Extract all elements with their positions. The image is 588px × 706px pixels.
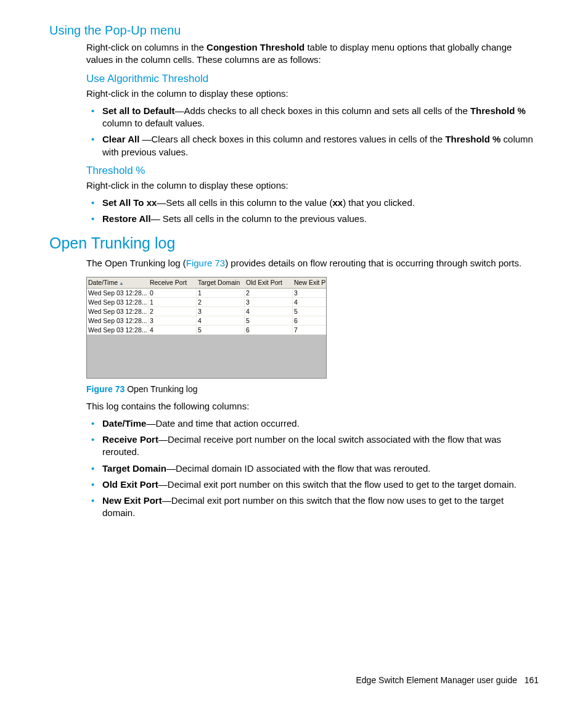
- heading-popup-menu: Using the Pop-Up menu: [49, 23, 539, 38]
- cell: 6: [293, 316, 326, 325]
- text-bold: Threshold %: [470, 105, 526, 116]
- cell: 2: [149, 307, 197, 316]
- sub2-list: Set All To xx—Sets all cells in this col…: [86, 197, 539, 226]
- text-bold: Receive Port: [102, 434, 158, 445]
- cell: 3: [197, 307, 245, 316]
- figure-73: Date/Time▲ Receive Port Target Domain Ol…: [86, 277, 539, 379]
- page-body: Using the Pop-Up menu Right-click on col…: [0, 0, 588, 520]
- cell: 5: [197, 326, 245, 334]
- table-row[interactable]: Wed Sep 03 12:28... 1 2 3 4: [87, 298, 326, 307]
- footer-text: Edge Switch Element Manager user guide: [356, 675, 517, 685]
- cell: 7: [293, 326, 326, 334]
- table-row[interactable]: Wed Sep 03 12:28... 0 1 2 3: [87, 289, 326, 298]
- table-row[interactable]: Wed Sep 03 12:28... 4 5 6 7: [87, 326, 326, 335]
- text: —Decimal exit port number on this switch…: [158, 479, 517, 490]
- cell: Wed Sep 03 12:28...: [87, 316, 149, 325]
- text-bold: Congestion Threshold: [206, 42, 304, 52]
- sort-asc-icon: ▲: [119, 281, 124, 286]
- text: —Decimal domain ID associated with the f…: [166, 463, 431, 474]
- list-item: Set All To xx—Sets all cells in this col…: [86, 197, 539, 209]
- list-item: Target Domain—Decimal domain ID associat…: [86, 462, 539, 475]
- table-header-row: Date/Time▲ Receive Port Target Domain Ol…: [87, 277, 326, 289]
- columns-list: Date/Time—Date and time that action occu…: [86, 417, 539, 520]
- cell: Wed Sep 03 12:28...: [87, 307, 149, 316]
- section2-content: The Open Trunking log (Figure 73) provid…: [86, 257, 539, 520]
- sub2-intro: Right-click in the column to display the…: [86, 179, 539, 192]
- list-item: Date/Time—Date and time that action occu…: [86, 417, 539, 430]
- cell: 1: [197, 289, 245, 297]
- table-row[interactable]: Wed Sep 03 12:28... 2 3 4 5: [87, 307, 326, 316]
- list-item: Old Exit Port—Decimal exit port number o…: [86, 478, 539, 491]
- list-item: Restore All— Sets all cells in the colum…: [86, 213, 539, 225]
- section2-intro: The Open Trunking log (Figure 73) provid…: [86, 257, 539, 269]
- text-bold: New Exit Port: [102, 495, 162, 506]
- cell: 6: [245, 326, 293, 334]
- table-row[interactable]: Wed Sep 03 12:28... 3 4 5 6: [87, 316, 326, 326]
- cell: Wed Sep 03 12:28...: [87, 298, 149, 306]
- text: Right-click on columns in the: [86, 42, 206, 52]
- text-bold: Date/Time: [102, 418, 146, 429]
- col-header-datetime[interactable]: Date/Time▲: [87, 277, 149, 288]
- heading-use-algorithmic: Use Algorithmic Threshold: [86, 73, 539, 85]
- cell: 0: [149, 289, 197, 297]
- text: —Sets all cells in this column to the va…: [157, 197, 332, 208]
- list-item: Set all to Default—Adds checks to all ch…: [86, 105, 539, 130]
- text-bold: Clear All: [102, 134, 142, 144]
- cell: 4: [197, 316, 245, 325]
- cell: 4: [245, 307, 293, 316]
- text-bold: Set All To xx: [102, 197, 157, 208]
- col-header-target-domain[interactable]: Target Domain: [197, 277, 245, 288]
- cell: 1: [149, 298, 197, 306]
- cell: 5: [293, 307, 326, 316]
- text-bold: Target Domain: [102, 463, 166, 474]
- text: —Date and time that action occurred.: [146, 418, 299, 429]
- text: —Decimal exit port number on this switch…: [102, 495, 504, 518]
- section1-content: Right-click on columns in the Congestion…: [86, 41, 539, 226]
- figure-ref-link[interactable]: Figure 73: [186, 258, 225, 268]
- columns-intro: This log contains the following columns:: [86, 400, 539, 413]
- cell: 2: [245, 289, 293, 297]
- list-item: Receive Port—Decimal receive port number…: [86, 433, 539, 459]
- sub1-intro: Right-click in the column to display the…: [86, 88, 539, 100]
- cell: 5: [245, 316, 293, 325]
- text-bold: Old Exit Port: [102, 479, 158, 490]
- text: ) that you clicked.: [343, 197, 415, 208]
- open-trunking-log-table: Date/Time▲ Receive Port Target Domain Ol…: [86, 277, 327, 379]
- figure-caption-text: Open Trunking log: [125, 384, 197, 394]
- figure-label: Figure 73: [86, 384, 125, 394]
- text-bold: Threshold %: [445, 134, 500, 144]
- cell: Wed Sep 03 12:28...: [87, 326, 149, 334]
- figure-caption: Figure 73 Open Trunking log: [86, 384, 539, 395]
- text-bold: Restore All: [102, 213, 151, 224]
- text-bold: Set all to Default: [102, 105, 175, 116]
- page-number: 161: [525, 675, 539, 685]
- text: column to default values.: [102, 118, 205, 128]
- col-header-new-exit[interactable]: New Exit P: [293, 277, 326, 288]
- sub1-list: Set all to Default—Adds checks to all ch…: [86, 105, 539, 158]
- list-item: Clear All —Clears all check boxes in thi…: [86, 133, 539, 158]
- cell: 3: [245, 298, 293, 306]
- cell: 4: [293, 298, 326, 306]
- text: —Clears all check boxes in this column a…: [142, 134, 445, 144]
- text: ) provides details on flow rerouting tha…: [225, 258, 521, 268]
- cell: 3: [293, 289, 326, 297]
- cell: 4: [149, 326, 197, 334]
- text: —Decimal receive port number on the loca…: [102, 434, 501, 457]
- text-bold: xx: [332, 197, 343, 208]
- text: —Adds checks to all check boxes in this …: [175, 105, 470, 116]
- cell: 3: [149, 316, 197, 325]
- header-label: Date/Time: [88, 279, 118, 286]
- cell: 2: [197, 298, 245, 306]
- col-header-receive-port[interactable]: Receive Port: [149, 277, 197, 288]
- list-item: New Exit Port—Decimal exit port number o…: [86, 495, 539, 520]
- heading-open-trunking: Open Trunking log: [49, 234, 539, 252]
- section1-intro: Right-click on columns in the Congestion…: [86, 41, 539, 67]
- heading-threshold-pct: Threshold %: [86, 165, 539, 177]
- text: The Open Trunking log (: [86, 258, 186, 268]
- col-header-old-exit[interactable]: Old Exit Port: [245, 277, 293, 288]
- text: — Sets all cells in the column to the pr…: [151, 213, 367, 224]
- cell: Wed Sep 03 12:28...: [87, 289, 149, 297]
- page-footer: Edge Switch Element Manager user guide 1…: [356, 675, 539, 685]
